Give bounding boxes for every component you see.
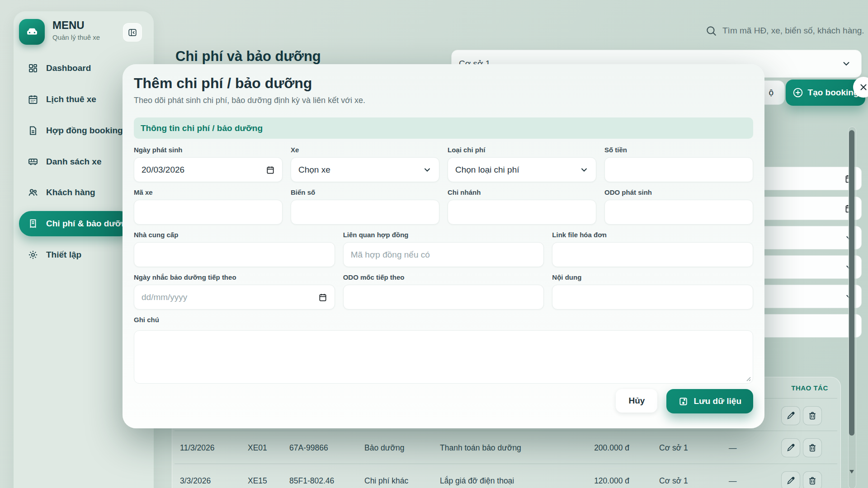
receipt-icon: [27, 218, 39, 230]
bus-icon: [27, 156, 39, 168]
calendar-icon: [318, 293, 327, 302]
page-title: Chi phí và bảo dưỡng: [175, 48, 321, 65]
field-xe: Xe Chọn xe: [291, 146, 439, 182]
sidebar-item-chi-phi-bao-duong[interactable]: Chi phí & bảo dưỡng: [19, 211, 132, 236]
field-label: Biển số: [291, 188, 439, 196]
field-label: Ghi chú: [134, 316, 753, 324]
cell-vehicle-code: XE01: [248, 443, 267, 453]
document-icon: [27, 125, 39, 136]
cell-contract: —: [729, 443, 737, 453]
cell-plate: 67A-99866: [289, 443, 328, 453]
edit-button[interactable]: [781, 471, 800, 488]
cell-branch: Cơ sở 1: [659, 476, 688, 486]
textarea-ghi-chu[interactable]: [134, 330, 753, 384]
calendar-icon: [27, 94, 39, 105]
chevron-down-icon: [580, 165, 589, 174]
select-value: Chọn loại chi phí: [455, 165, 519, 175]
input-nha-cung-cap[interactable]: [134, 242, 335, 267]
dashboard-grid-icon: [27, 62, 39, 74]
field-link-file-hoa-don: Link file hóa đơn: [552, 231, 753, 267]
scrollbar-thumb[interactable]: [849, 130, 854, 436]
sidebar-item-label: Thiết lập: [46, 250, 81, 260]
modal-title: Thêm chi phí / bảo dưỡng: [134, 75, 312, 92]
delete-button[interactable]: [803, 471, 822, 488]
input-so-tien[interactable]: [604, 157, 753, 182]
delete-button[interactable]: [803, 406, 822, 425]
field-noi-dung: Nội dung: [552, 273, 753, 310]
sidebar-item-label: Hợp đồng booking: [46, 126, 123, 136]
close-icon: [859, 82, 868, 92]
field-ngay-nhac-bao-duong: Ngày nhắc bảo dưỡng tiếp theo dd/mm/yyyy: [134, 273, 335, 310]
edit-button[interactable]: [781, 406, 800, 425]
cell-amount: 200.000 đ: [561, 443, 629, 453]
field-label: Ngày nhắc bảo dưỡng tiếp theo: [134, 273, 335, 281]
cell-description: Lắp giá đỡ điện thoại: [440, 476, 514, 486]
save-floppy-icon: [678, 396, 689, 407]
input-ma-xe[interactable]: [134, 200, 283, 225]
input-lien-quan-hop-dong[interactable]: Mã hợp đồng nếu có: [343, 242, 544, 267]
add-expense-modal: Thêm chi phí / bảo dưỡng Theo dõi phát s…: [123, 64, 764, 428]
users-icon: [27, 187, 39, 198]
collapse-panel-icon: [127, 28, 137, 38]
field-label: ODO mốc tiếp theo: [343, 273, 544, 281]
table-header-actions: THAO TÁC: [780, 384, 839, 392]
field-label: Link file hóa đơn: [552, 231, 753, 239]
table-row[interactable]: 3/3/2026 XE15 85F1-802.46 Chi phí khác L…: [175, 465, 840, 488]
field-label: Nội dung: [552, 273, 753, 281]
calendar-icon: [266, 165, 275, 174]
scrollbar-down-arrow[interactable]: [849, 470, 854, 474]
select-loai-chi-phi[interactable]: Chọn loại chi phí: [448, 157, 596, 182]
chevron-down-icon: [841, 59, 851, 69]
input-link-file-hoa-don[interactable]: [552, 242, 753, 267]
cell-description: Thanh toán bảo dưỡng: [440, 443, 521, 453]
modal-footer: Hủy Lưu dữ liệu: [134, 389, 753, 413]
input-odo-moc-tiep-theo[interactable]: [343, 285, 544, 310]
sidebar-item-label: Danh sách xe: [46, 157, 102, 167]
cell-vehicle-code: XE15: [248, 476, 267, 486]
input-odo-phat-sinh[interactable]: [604, 200, 753, 225]
chevron-down-icon: [423, 165, 432, 174]
input-chi-nhanh[interactable]: [448, 200, 596, 225]
search-icon: [705, 25, 717, 37]
cancel-button[interactable]: Hủy: [616, 389, 657, 413]
input-bien-so[interactable]: [291, 200, 439, 225]
section-banner: Thông tin chi phí / bảo dưỡng: [134, 117, 753, 139]
ghi-chu-textarea[interactable]: [138, 334, 749, 380]
input-placeholder: Mã hợp đồng nếu có: [351, 250, 430, 260]
search-input[interactable]: Tìm mã HĐ, xe, biển số, khách hàng.: [700, 20, 864, 42]
car-icon: [25, 25, 39, 39]
resize-handle-icon[interactable]: [745, 375, 751, 381]
edit-button[interactable]: [781, 438, 800, 457]
sidebar-subtitle: Quản lý thuê xe: [52, 33, 100, 41]
field-label: Mã xe: [134, 188, 283, 196]
table-row[interactable]: 11/3/2026 XE01 67A-99866 Bảo dưỡng Thanh…: [175, 432, 840, 464]
field-lien-quan-hop-dong: Liên quan hợp đồng Mã hợp đồng nếu có: [343, 231, 544, 267]
table-row-divider: [175, 464, 837, 464]
create-booking-label: Tạo booking: [808, 88, 859, 98]
cell-type: Chi phí khác: [364, 476, 408, 486]
input-noi-dung[interactable]: [552, 285, 753, 310]
delete-button[interactable]: [803, 438, 822, 457]
field-label: Chi nhánh: [448, 188, 596, 196]
date-value: 20/03/2026: [142, 165, 184, 175]
sidebar-title: MENU: [52, 19, 85, 32]
sidebar-collapse-button[interactable]: [123, 23, 142, 42]
sidebar-item-label: Chi phí & bảo dưỡng: [46, 219, 132, 229]
cell-contract: —: [729, 476, 737, 486]
cell-branch: Cơ sở 1: [659, 443, 688, 453]
partial-button-text: ộ: [769, 88, 774, 98]
select-xe[interactable]: Chọn xe: [291, 157, 439, 182]
search-placeholder: Tìm mã HĐ, xe, biển số, khách hàng.: [722, 26, 864, 36]
gear-icon: [27, 249, 39, 261]
save-button[interactable]: Lưu dữ liệu: [666, 389, 753, 413]
field-label: Nhà cung cấp: [134, 231, 335, 239]
field-ma-xe: Mã xe: [134, 188, 283, 225]
date-input-ngay-phat-sinh[interactable]: 20/03/2026: [134, 157, 283, 182]
field-ghi-chu: Ghi chú: [134, 316, 753, 327]
field-label: Xe: [291, 146, 439, 154]
plus-circle-icon: [793, 87, 803, 98]
cell-amount: 120.000 đ: [561, 476, 629, 486]
date-input-ngay-nhac[interactable]: dd/mm/yyyy: [134, 285, 335, 310]
sidebar-item-label: Dashboard: [46, 63, 91, 73]
app-screen: Chi phí và bảo dưỡng Tìm mã HĐ, xe, biển…: [0, 0, 868, 488]
